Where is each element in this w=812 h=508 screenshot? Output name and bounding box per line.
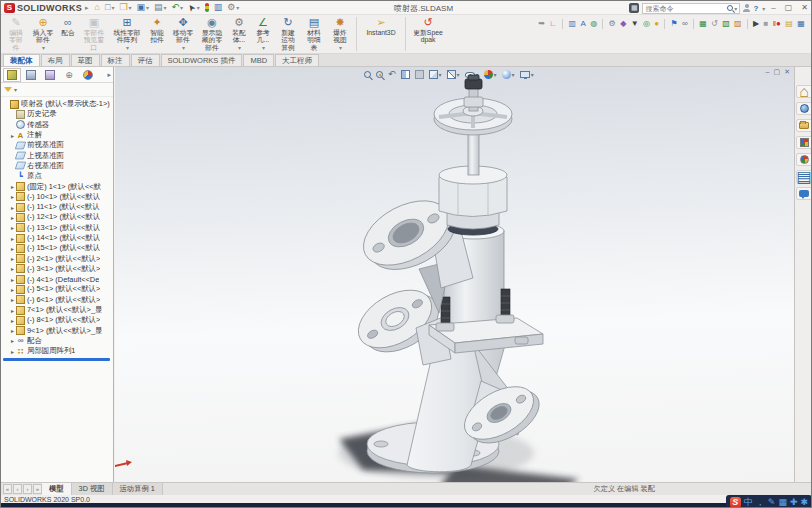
tree-item[interactable]: ▸(-) 8<1> (默认<<默认> bbox=[1, 315, 113, 325]
tree-item[interactable]: 右视基准面 bbox=[1, 161, 113, 171]
expand-arrow-icon[interactable]: ▸ bbox=[9, 286, 16, 293]
restore-button[interactable]: ▢ bbox=[782, 2, 796, 14]
binoculars-icon[interactable]: ∞ bbox=[680, 19, 690, 29]
play-icon[interactable]: ▶ bbox=[751, 19, 762, 29]
instant3d-button[interactable]: ➢Instant3D bbox=[361, 15, 401, 53]
expand-arrow-icon[interactable]: ▸ bbox=[9, 204, 16, 211]
expand-arrow-icon[interactable]: ▸ bbox=[9, 265, 16, 272]
tree-item[interactable]: ┗原点 bbox=[1, 171, 113, 181]
displaymanager-tab[interactable] bbox=[79, 68, 97, 82]
exploded-view-button[interactable]: ✸爆炸视图▾ bbox=[328, 15, 352, 53]
solidworks-resources-tab[interactable]: ⌂ bbox=[796, 85, 812, 98]
tab-scroll-arrow-icon[interactable]: ‹ bbox=[13, 484, 22, 494]
coin-icon[interactable]: ● bbox=[652, 19, 661, 29]
dropdown-caret-icon[interactable]: ▾ bbox=[339, 44, 342, 51]
expand-arrow-icon[interactable]: ▸ bbox=[9, 296, 16, 303]
dimxpertmanager-tab[interactable]: ⊕ bbox=[60, 68, 78, 82]
expand-arrow-icon[interactable]: ▸ bbox=[9, 337, 16, 344]
punctuation-icon[interactable]: ， bbox=[756, 497, 765, 508]
flag-icon[interactable]: ⚑ bbox=[668, 19, 680, 29]
green-window-icon[interactable]: ▦ bbox=[697, 19, 709, 29]
tree-item[interactable]: 历史记录 bbox=[1, 109, 113, 119]
tab-7[interactable]: 大工程师 bbox=[275, 54, 319, 66]
dropdown-caret-icon[interactable]: ▾ bbox=[42, 44, 45, 51]
expand-arrow-icon[interactable]: ▸ bbox=[9, 235, 16, 242]
dropdown-caret-icon[interactable]: ▾ bbox=[164, 4, 167, 11]
expand-arrow-icon[interactable]: ▸ bbox=[9, 307, 16, 314]
tree-item[interactable]: ▸∞配合 bbox=[1, 336, 113, 346]
close-button[interactable]: ✕ bbox=[798, 2, 811, 14]
expand-arrow-icon[interactable]: ▸ bbox=[9, 132, 16, 139]
toolbox-icon[interactable]: ✱ bbox=[800, 497, 808, 508]
tree-item[interactable]: ▸(-) 6<1> (默认<<默认> bbox=[1, 295, 113, 305]
print-button[interactable]: ▤▾ bbox=[152, 1, 169, 14]
doc-tab-1[interactable]: 3D 视图 bbox=[72, 483, 113, 495]
tree-item[interactable]: ▸A注解 bbox=[1, 130, 113, 140]
expand-arrow-icon[interactable]: ▸ bbox=[9, 348, 16, 355]
save-button[interactable]: ▣▾ bbox=[135, 1, 152, 14]
new-document-button[interactable]: □▾ bbox=[103, 1, 116, 14]
export-icon[interactable]: ➥ bbox=[536, 19, 547, 29]
graphics-area[interactable]: ↶▾▾▾▾▾▾ – ▢ ✕ bbox=[115, 67, 794, 482]
tree-item[interactable]: ▸(-) 12<1> (默认<<默认 bbox=[1, 212, 113, 222]
tab-3[interactable]: 标注 bbox=[101, 54, 130, 66]
tab-1[interactable]: 布局 bbox=[41, 54, 70, 66]
stop-icon[interactable]: ■ bbox=[761, 19, 770, 29]
help-button[interactable]: ? bbox=[753, 4, 758, 13]
tree-item[interactable]: ▸(固定) 1<1> (默认<<默 bbox=[1, 181, 113, 191]
tree-item[interactable]: ▸(-) 5<1> (默认<<默认> bbox=[1, 284, 113, 294]
windows-taskbar-edge[interactable] bbox=[1, 503, 812, 508]
assembly-features-button[interactable]: ⚙装配体...▾ bbox=[228, 15, 250, 53]
solidworks-forum-tab[interactable] bbox=[796, 187, 812, 200]
tree-item[interactable]: 喷射器 (默认<显示状态-1>) bbox=[1, 99, 113, 109]
tab-0[interactable]: 装配体 bbox=[3, 54, 40, 66]
tab-4[interactable]: 评估 bbox=[131, 54, 160, 66]
search-icon[interactable] bbox=[727, 5, 733, 11]
minimize-button[interactable]: – bbox=[768, 2, 778, 14]
home-button[interactable]: ⌂ bbox=[93, 1, 102, 14]
propertymanager-tab[interactable] bbox=[22, 68, 40, 82]
table-edit-icon[interactable]: ▦ bbox=[795, 19, 807, 29]
move-component-button[interactable]: ✥移动零部件▾ bbox=[170, 15, 196, 53]
featuremanager-tab[interactable] bbox=[3, 68, 21, 82]
apps-icon[interactable]: ▦ bbox=[629, 3, 639, 13]
filter-caret-icon[interactable]: ▾ bbox=[14, 86, 17, 93]
tree-item[interactable]: 上视基准面 bbox=[1, 150, 113, 160]
record-icon[interactable]: ‖● bbox=[771, 19, 784, 29]
sogou-logo-icon[interactable]: S bbox=[730, 497, 741, 508]
insert-component-button[interactable]: ⊕插入零部件▾ bbox=[30, 15, 56, 53]
font-icon[interactable]: A bbox=[578, 19, 588, 29]
doc-minimize-button[interactable]: – bbox=[766, 67, 770, 77]
file-explorer-tab[interactable] bbox=[796, 119, 812, 132]
rollback-bar[interactable] bbox=[3, 358, 110, 361]
tree-item[interactable]: ▸(-) 3<1> (默认<<默认> bbox=[1, 264, 113, 274]
menu-expand-arrow-icon[interactable]: ▸ bbox=[85, 4, 89, 12]
options-gear-button[interactable]: ⚙▾ bbox=[225, 1, 241, 14]
expand-arrow-icon[interactable]: ▸ bbox=[9, 245, 16, 252]
green-ring-icon[interactable]: ◎ bbox=[641, 19, 652, 29]
tree-item[interactable]: ▸∷局部圆周阵列1 bbox=[1, 346, 113, 356]
mate-button[interactable]: ∞配合 bbox=[58, 15, 78, 53]
gem-icon[interactable]: ◆ bbox=[618, 19, 629, 29]
appearances-scenes-tab[interactable] bbox=[796, 153, 812, 166]
funnel-icon[interactable]: ▼ bbox=[628, 19, 640, 29]
chart-icon[interactable]: ▧ bbox=[720, 19, 732, 29]
soft-keyboard-icon[interactable]: ▦ bbox=[778, 497, 787, 508]
configurationmanager-tab[interactable] bbox=[41, 68, 59, 82]
tree-item[interactable]: ▸(-) 2<1> (默认<<默认> bbox=[1, 253, 113, 263]
help-caret-icon[interactable]: ▾ bbox=[762, 5, 765, 12]
dropdown-caret-icon[interactable]: ▾ bbox=[262, 44, 265, 51]
tree-item[interactable]: 传感器 bbox=[1, 120, 113, 130]
expand-arrow-icon[interactable]: ▸ bbox=[9, 317, 16, 324]
doc-close-button[interactable]: ✕ bbox=[784, 67, 790, 77]
tab-scroll-arrow-icon[interactable]: « bbox=[3, 484, 12, 494]
stoplight-button[interactable] bbox=[203, 1, 211, 14]
expand-arrow-icon[interactable]: ▸ bbox=[9, 193, 16, 200]
dropdown-caret-icon[interactable]: ▾ bbox=[128, 4, 131, 11]
tree-item[interactable]: ▸(-) 11<1> (默认<<默认 bbox=[1, 202, 113, 212]
tree-item[interactable]: 前视基准面 bbox=[1, 140, 113, 150]
3d-model-injector[interactable] bbox=[321, 73, 621, 482]
chinese-mode-icon[interactable]: 中 bbox=[744, 497, 753, 508]
login-person-icon[interactable] bbox=[743, 4, 750, 12]
smart-fasteners-button[interactable]: ✦智能扣件 bbox=[146, 15, 168, 53]
